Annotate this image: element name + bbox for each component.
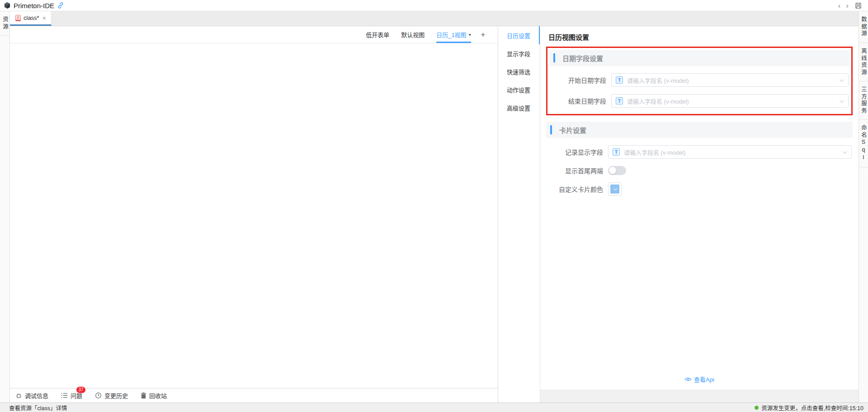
problems-button[interactable]: 问题 37 bbox=[61, 391, 82, 400]
panel-title: 日历视图设置 bbox=[540, 26, 859, 47]
toolbar-item-label: 变更历史 bbox=[104, 391, 128, 400]
settings-tab-calendar[interactable]: 日历设置 bbox=[498, 26, 540, 44]
sidebar-item-resources[interactable]: 资源 bbox=[0, 11, 9, 36]
settings-tab-actions[interactable]: 动作设置 bbox=[498, 81, 540, 99]
change-history-button[interactable]: 变更历史 bbox=[95, 391, 128, 400]
end-date-field-select[interactable]: T 请输入字段名 (v-model) bbox=[611, 94, 849, 108]
content-row: 低开表单 默认视图 日历_1视图 ▾ + bbox=[10, 26, 859, 403]
right-side-strip: 数据源 离线资源 三方服务 命名Sql bbox=[859, 11, 868, 403]
settings-tab-display-fields[interactable]: 显示字段 bbox=[498, 44, 540, 62]
date-fields-highlight-box: 日期字段设置 开始日期字段 T 请输入字段名 (v-model) bbox=[546, 47, 853, 115]
end-date-field-row: 结束日期字段 T 请输入字段名 (v-model) bbox=[549, 94, 849, 108]
add-view-button[interactable]: + bbox=[481, 26, 485, 43]
file-icon bbox=[15, 15, 21, 21]
show-both-ends-row: 显示首尾两端 bbox=[546, 166, 853, 175]
save-icon[interactable] bbox=[855, 2, 862, 9]
section-title: 日期字段设置 bbox=[562, 53, 603, 63]
select-placeholder: 请输入字段名 (v-model) bbox=[627, 97, 689, 105]
document-tab-strip: class* × bbox=[10, 11, 859, 26]
field-type-icon: T bbox=[613, 148, 620, 156]
custom-card-color-row: 自定义卡片颜色 bbox=[546, 182, 853, 196]
settings-tab-advanced[interactable]: 高级设置 bbox=[498, 99, 540, 117]
app-logo-icon bbox=[4, 2, 11, 9]
eye-icon bbox=[684, 377, 692, 382]
chevron-down-icon bbox=[840, 77, 844, 82]
record-display-field-select[interactable]: T 请输入字段名 (v-model) bbox=[608, 145, 852, 159]
select-placeholder: 请输入字段名 (v-model) bbox=[624, 148, 686, 156]
chevron-down-icon bbox=[613, 186, 617, 190]
card-color-picker[interactable] bbox=[608, 182, 622, 196]
section-accent-bar bbox=[553, 53, 555, 62]
debug-info-button[interactable]: 调试信息 bbox=[15, 391, 48, 400]
canvas-column: 低开表单 默认视图 日历_1视图 ▾ + bbox=[10, 26, 498, 403]
start-date-field-select[interactable]: T 请输入字段名 (v-model) bbox=[611, 73, 849, 87]
status-green-dot bbox=[755, 406, 759, 410]
settings-tab-column: 日历设置 显示字段 快速筛选 动作设置 高级设置 bbox=[498, 26, 540, 403]
sidebar-item-named-sql[interactable]: 命名Sql bbox=[859, 120, 868, 167]
field-type-icon: T bbox=[616, 97, 623, 104]
back-icon[interactable]: ‹ bbox=[835, 2, 844, 9]
chevron-down-icon bbox=[843, 149, 847, 154]
close-icon[interactable]: × bbox=[42, 15, 47, 21]
chevron-down-icon[interactable]: ▾ bbox=[469, 32, 471, 37]
calendar-view-settings-panel: 日历视图设置 日期字段设置 开始日期字段 T bbox=[540, 26, 859, 403]
date-fields-section-header: 日期字段设置 bbox=[549, 50, 849, 66]
bottom-toolbar: 调试信息 问题 bbox=[10, 388, 498, 403]
record-display-field-row: 记录显示字段 T 请输入字段名 (v-model) bbox=[546, 145, 853, 159]
select-placeholder: 请输入字段名 (v-model) bbox=[627, 76, 689, 85]
problems-count-badge: 37 bbox=[76, 387, 85, 393]
field-label: 记录显示字段 bbox=[546, 147, 603, 156]
status-bar: 查看资源「class」详情 资源发生变更，点击查看,检查时间:15:10 bbox=[0, 403, 868, 412]
card-section-header: 卡片设置 bbox=[546, 122, 853, 138]
field-type-icon: T bbox=[616, 76, 623, 84]
status-right[interactable]: 资源发生变更，点击查看,检查时间:15:10 bbox=[755, 403, 863, 412]
toolbar-item-label: 调试信息 bbox=[25, 391, 48, 400]
view-tab-calendar-1[interactable]: 日历_1视图 ▾ bbox=[436, 26, 471, 43]
debug-icon bbox=[15, 392, 22, 399]
show-both-ends-toggle[interactable] bbox=[608, 166, 626, 175]
panel-spacer bbox=[546, 196, 853, 375]
list-icon bbox=[61, 393, 68, 398]
primeton-ide-window: Primeton-IDE ‹ › 资源 bbox=[0, 0, 868, 412]
view-tab-label: 日历_1视图 bbox=[436, 30, 466, 39]
sidebar-item-third-party-services[interactable]: 三方服务 bbox=[859, 81, 868, 120]
view-api-link[interactable]: 查看Api bbox=[546, 375, 853, 384]
settings-tab-quick-filter[interactable]: 快速筛选 bbox=[498, 62, 540, 81]
link-icon[interactable] bbox=[57, 2, 64, 9]
center-column: class* × 低开表单 默认视图 日历_1视图 ▾ + bbox=[10, 11, 859, 403]
status-right-text: 资源发生变更，点击查看,检查时间:15:10 bbox=[761, 403, 863, 412]
color-swatch bbox=[610, 185, 619, 194]
title-bar: Primeton-IDE ‹ › bbox=[0, 0, 868, 11]
view-tab-lowcode-form[interactable]: 低开表单 bbox=[366, 26, 389, 43]
tab-class[interactable]: class* × bbox=[10, 11, 52, 26]
field-label: 显示首尾两端 bbox=[546, 166, 603, 175]
app-title: Primeton-IDE bbox=[14, 2, 54, 9]
section-accent-bar bbox=[550, 125, 552, 134]
left-side-strip: 资源 bbox=[0, 11, 10, 403]
recycle-bin-button[interactable]: 回收站 bbox=[141, 391, 167, 400]
toolbar-item-label: 回收站 bbox=[149, 391, 167, 400]
sidebar-item-datasource[interactable]: 数据源 bbox=[859, 11, 868, 43]
sidebar-item-offline-resources[interactable]: 离线资源 bbox=[859, 43, 868, 81]
status-left-text[interactable]: 查看资源「class」详情 bbox=[9, 403, 67, 412]
trash-icon bbox=[141, 392, 146, 399]
clock-icon bbox=[95, 392, 102, 399]
section-title: 卡片设置 bbox=[559, 125, 586, 135]
panel-footer bbox=[540, 390, 859, 403]
main-area: 资源 class* × bbox=[0, 11, 868, 403]
design-canvas[interactable] bbox=[10, 43, 498, 388]
toggle-knob bbox=[609, 167, 616, 174]
panel-body: 日期字段设置 开始日期字段 T 请输入字段名 (v-model) bbox=[540, 47, 859, 390]
field-label: 结束日期字段 bbox=[549, 96, 606, 105]
view-tab-bar: 低开表单 默认视图 日历_1视图 ▾ + bbox=[10, 26, 498, 43]
chevron-down-icon bbox=[840, 98, 844, 103]
view-tab-default-view[interactable]: 默认视图 bbox=[401, 26, 425, 43]
field-label: 自定义卡片颜色 bbox=[546, 185, 603, 194]
start-date-field-row: 开始日期字段 T 请输入字段名 (v-model) bbox=[549, 73, 849, 87]
forward-icon[interactable]: › bbox=[843, 2, 851, 9]
field-label: 开始日期字段 bbox=[549, 76, 606, 85]
tab-label: class* bbox=[24, 14, 39, 21]
view-api-label: 查看Api bbox=[694, 375, 714, 384]
